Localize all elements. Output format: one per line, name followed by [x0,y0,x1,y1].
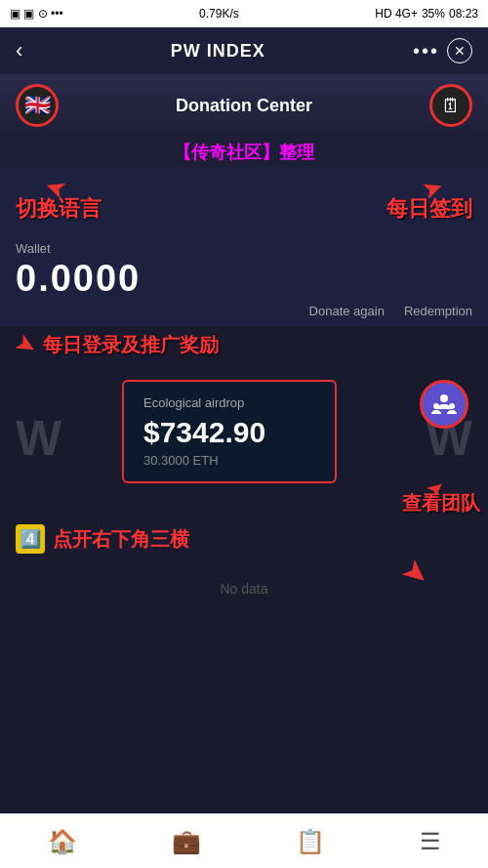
bottom-annotation-section: 4️⃣ 点开右下角三横 ➤ [0,517,488,561]
donation-title: Donation Center [59,96,429,116]
wallet-balance: 0.0000 [16,258,472,300]
team-button[interactable] [420,380,468,429]
status-bar: ▣ ▣ ⊙ ••• 0.79K/s HD 4G+ 35% 08:23 [0,0,488,27]
wallet-icon: 💼 [172,828,201,855]
battery-label: 35% [422,7,445,21]
airdrop-title: Ecological airdrop [143,395,315,410]
donation-header: 🇬🇧 Donation Center 🗓 [0,74,488,137]
page-title: PW INDEX [171,41,265,62]
airdrop-card: Ecological airdrop $7342.90 30.3000 ETH [122,380,337,483]
signal-icons: ▣ ▣ ⊙ ••• [10,7,63,21]
airdrop-section: W Ecological airdrop $7342.90 30.3000 ET… [0,360,488,517]
redemption-button[interactable]: Redemption [404,304,472,318]
menu-icon: ☰ [420,828,441,855]
annotation-daily-login: 每日登录及推广奖励 [43,332,219,358]
pw-watermark-left: W [16,410,61,467]
language-button[interactable]: 🇬🇧 [16,84,59,127]
nav-bar: ‹ PW INDEX ••• ✕ [0,27,488,74]
wallet-section: Wallet 0.0000 Donate again Redemption [0,229,488,326]
back-button[interactable]: ‹ [16,38,22,63]
nav-calendar[interactable]: 📋 [296,828,325,855]
time-label: 08:23 [449,7,478,21]
arrow-login: ➤ [10,327,44,364]
home-icon: 🏠 [48,828,77,855]
calendar-nav-icon: 📋 [296,828,325,855]
airdrop-amount: $7342.90 [143,416,315,449]
network-label: HD 4G+ [375,7,418,21]
main-content: 🇬🇧 Donation Center 🗓 【传奇社区】整理 ➤ 切换语言 ➤ 每… [0,74,488,868]
calendar-icon: 🗓 [441,95,461,117]
nav-wallet[interactable]: 💼 [172,828,201,855]
status-left: ▣ ▣ ⊙ ••• [10,7,63,21]
number-badge: 4️⃣ [16,524,45,554]
flag-icon: 🇬🇧 [24,93,51,118]
status-speed: 0.79K/s [199,7,239,21]
wallet-label: Wallet [16,241,472,256]
donate-again-button[interactable]: Donate again [309,304,385,318]
svg-point-0 [440,394,448,402]
annotation-daily-signin: 每日签到 [386,194,472,224]
annotation-bottom: 4️⃣ 点开右下角三横 [16,524,472,554]
legend-text: 【传奇社区】整理 [0,137,488,168]
close-button[interactable]: ✕ [447,38,472,63]
calendar-button[interactable]: 🗓 [429,84,472,127]
annotation-bottom-text: 点开右下角三横 [53,526,189,553]
more-button[interactable]: ••• [413,40,439,62]
annotation-switch-lang: 切换语言 [16,194,102,224]
nav-menu[interactable]: ☰ [420,828,441,855]
no-data-text: No data [220,581,267,597]
nav-actions: ••• ✕ [413,38,472,63]
team-icon [430,391,458,418]
status-right: HD 4G+ 35% 08:23 [375,7,478,21]
airdrop-eth: 30.3000 ETH [143,453,315,468]
bottom-nav: 🏠 💼 📋 ☰ [0,813,488,868]
annotation-view-team: 查看团队 [402,490,480,517]
wallet-actions: Donate again Redemption [16,304,472,318]
nav-home[interactable]: 🏠 [48,828,77,855]
